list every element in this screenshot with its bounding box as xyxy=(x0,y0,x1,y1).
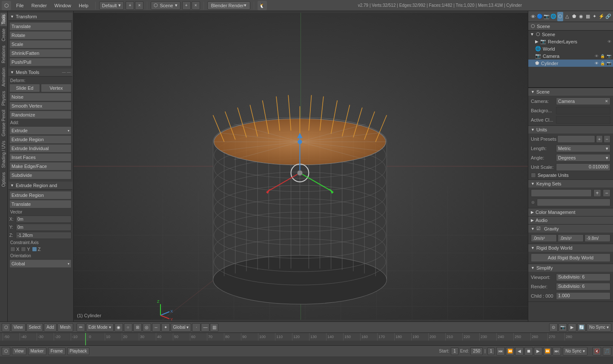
constraints-btn[interactable]: 🔗 xyxy=(605,12,611,21)
cylinder-restrict-icon[interactable]: 🔒 xyxy=(600,61,605,65)
menu-render[interactable]: Render xyxy=(28,2,50,9)
physics-btn[interactable]: ⚡ xyxy=(599,12,604,21)
play-back-btn[interactable]: ◀ xyxy=(515,347,524,355)
unit-presets-add-btn[interactable]: + xyxy=(596,135,603,143)
timeline[interactable]: -50 -40 -30 -20 -10 0 10 20 30 40 50 60 … xyxy=(0,333,613,345)
translate-item[interactable]: Translate xyxy=(9,200,72,208)
vec-y-input[interactable]: 0m xyxy=(16,224,72,231)
particles-btn[interactable]: ✦ xyxy=(592,12,598,21)
viewport[interactable]: User Persp Meters ⤢ xyxy=(74,11,528,321)
extrude-dropdown[interactable]: Extrude ▾ xyxy=(9,126,72,135)
outliner-item-scene[interactable]: ▼ ⬡ Scene xyxy=(528,31,613,38)
transform-section-header[interactable]: ▼ Transform xyxy=(9,13,72,21)
menu-window[interactable]: Window xyxy=(51,2,74,9)
keying-set-input[interactable] xyxy=(531,189,592,197)
keying-active-input[interactable] xyxy=(537,199,610,206)
tab-shading-uvs[interactable]: Shading / UVs xyxy=(0,139,7,170)
noise-btn[interactable]: Noise xyxy=(9,93,72,101)
audio-scrub-btn[interactable]: 🎵 xyxy=(603,347,611,355)
sync-dropdown[interactable]: No Sync ▾ xyxy=(587,323,611,332)
axis-x-checkbox[interactable] xyxy=(10,247,15,252)
layout-dropdown[interactable]: Default ▾ xyxy=(99,1,124,10)
camera-prop-dropdown[interactable]: Camera ✕ xyxy=(556,97,610,105)
audio-mute-btn[interactable]: 🔇 xyxy=(593,347,601,355)
rigid-body-world-header[interactable]: ▼ Rigid Body World xyxy=(528,244,613,252)
angle-dropdown[interactable]: Degrees ▾ xyxy=(556,154,610,162)
mesh-tools-section-header[interactable]: ▼ Mesh Tools — — xyxy=(9,68,72,77)
mode-dropdown[interactable]: Edit Mode ▾ xyxy=(86,323,114,332)
scene-props-btn[interactable]: ⬡ xyxy=(557,12,563,21)
shading-wire-icon[interactable]: ○ xyxy=(124,323,132,332)
menu-help[interactable]: Help xyxy=(75,2,92,9)
outliner-item-camera[interactable]: 📷 Camera 👁 🔒 📷 xyxy=(528,52,613,60)
status-frame-btn[interactable]: Frame xyxy=(48,347,66,355)
mode-icon[interactable]: ✏ xyxy=(77,323,85,332)
scene-btn[interactable]: 🔵 xyxy=(537,12,543,21)
child-simplify-input[interactable]: 1.000 xyxy=(556,292,610,300)
shrink-fatten-btn[interactable]: Shrink/Fatten xyxy=(9,49,72,57)
remove-layout-btn[interactable]: × xyxy=(135,1,143,10)
inset-faces-btn[interactable]: Inset Faces xyxy=(9,153,72,162)
add-rigid-body-world-btn[interactable]: Add Rigid Body World xyxy=(531,253,610,262)
keying-sets-header[interactable]: ▼ Keying Sets xyxy=(528,180,613,188)
length-dropdown[interactable]: Metric ▾ xyxy=(556,145,610,152)
outliner-item-renderlayers[interactable]: ▶ 📷 RenderLayers 👁 xyxy=(528,38,613,45)
render-subdiv-input[interactable]: Subdivisio: 6 xyxy=(556,283,610,290)
camera-render-icon[interactable]: 📷 xyxy=(607,54,611,58)
axis-y-checkbox[interactable] xyxy=(21,247,26,252)
texture-btn[interactable]: ▦ xyxy=(585,12,591,21)
outliner-item-world[interactable]: 🌐 World xyxy=(528,45,613,52)
extrude-region-item[interactable]: Extrude Region xyxy=(9,191,72,199)
status-playback-btn[interactable]: Playback xyxy=(67,347,90,355)
extrude-region-btn[interactable]: Extrude Region xyxy=(9,135,72,144)
tab-physics[interactable]: Physics xyxy=(0,89,7,107)
prev-frame-btn[interactable]: ⏪ xyxy=(506,347,514,355)
object-btn[interactable]: △ xyxy=(564,12,570,21)
jump-start-btn[interactable]: ⏮ xyxy=(496,347,505,355)
tab-grease-pencil[interactable]: Grease Pencil xyxy=(0,108,7,138)
units-section-header[interactable]: ▼ Units xyxy=(528,126,613,134)
proportional-icon[interactable]: ◎ xyxy=(143,323,151,332)
camera-restrict-icon[interactable]: 🔒 xyxy=(600,54,605,58)
slide-edge-btn[interactable]: Slide Ed xyxy=(9,84,40,92)
no-sync-dropdown[interactable]: No Sync ▾ xyxy=(563,347,587,355)
orient-icon[interactable]: ✦ xyxy=(161,323,170,332)
cylinder-render-icon[interactable]: 📷 xyxy=(607,61,611,65)
add-menu-btn[interactable]: Add xyxy=(44,323,57,332)
rotate-btn[interactable]: Rotate xyxy=(9,31,72,40)
extrude-individual-btn[interactable]: Extrude Individual xyxy=(9,144,72,153)
active-cl-prop-input[interactable] xyxy=(556,116,610,124)
tab-tools[interactable]: Tools xyxy=(0,13,7,26)
separate-units-checkbox[interactable] xyxy=(531,173,536,178)
unit-presets-remove-btn[interactable]: − xyxy=(604,135,610,143)
mesh-btn[interactable]: ⬟ xyxy=(571,12,577,21)
status-marker-btn[interactable]: Marker xyxy=(28,347,46,355)
global-dropdown[interactable]: Global ▾ xyxy=(171,323,192,332)
playhead[interactable] xyxy=(85,333,86,345)
status-icon[interactable]: ⬡ xyxy=(2,347,10,355)
orientation-dropdown[interactable]: Global ▾ xyxy=(9,259,72,268)
extrude-region-section-header[interactable]: ▼ Extrude Region and xyxy=(9,182,72,190)
renderlayers-visibility-icon[interactable]: 👁 xyxy=(607,40,611,44)
menu-file[interactable]: File xyxy=(13,2,27,9)
play-fwd-btn[interactable]: ▶ xyxy=(534,347,542,355)
simplify-header[interactable]: ▼ Simplify xyxy=(528,264,613,272)
gravity-x-input[interactable]: .0m/s² xyxy=(531,234,557,242)
translate-btn[interactable]: Translate xyxy=(9,22,72,31)
gravity-y-input[interactable]: .0m/s² xyxy=(558,234,584,242)
scale-btn[interactable]: Scale xyxy=(9,40,72,48)
material-btn[interactable]: ◉ xyxy=(578,12,584,21)
push-pull-btn[interactable]: Push/Pull xyxy=(9,58,72,66)
keying-remove-btn[interactable]: − xyxy=(603,189,610,197)
gravity-z-input[interactable]: -9.8m/ xyxy=(584,234,610,242)
gravity-header[interactable]: ▼ ☑ Gravity xyxy=(528,225,613,233)
view-btn[interactable]: 👁 xyxy=(530,12,536,21)
subdivide-btn[interactable]: Subdivide xyxy=(9,171,72,179)
vertex-mode-btn[interactable]: · xyxy=(192,323,201,332)
transform-icon[interactable]: ↔ xyxy=(152,323,160,332)
tab-create[interactable]: Create xyxy=(0,27,7,43)
edge-mode-btn[interactable]: — xyxy=(201,323,209,332)
next-frame-btn[interactable]: ⏩ xyxy=(543,347,552,355)
camera-clear-icon[interactable]: ✕ xyxy=(605,99,608,103)
unit-scale-input[interactable]: 0.010000 xyxy=(556,163,610,171)
